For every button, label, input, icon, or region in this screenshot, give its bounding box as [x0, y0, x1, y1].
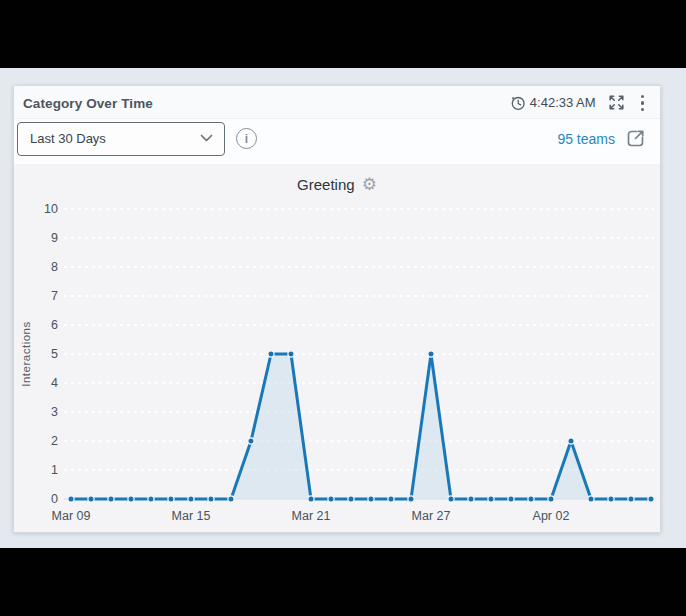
last-updated-time: 4:42:33 AM	[530, 95, 596, 110]
kebab-menu-button[interactable]	[637, 93, 648, 113]
gear-icon[interactable]: ⚙	[362, 176, 377, 193]
svg-text:10: 10	[44, 202, 58, 216]
info-button[interactable]: i	[236, 128, 257, 149]
chart-region: Greeting ⚙ 012345678910InteractionsMar 0…	[14, 164, 660, 532]
svg-text:Interactions: Interactions	[20, 321, 32, 386]
chart-title-row: Greeting ⚙	[14, 176, 660, 193]
svg-text:4: 4	[51, 376, 58, 390]
svg-text:Mar 27: Mar 27	[412, 509, 451, 523]
svg-text:Mar 21: Mar 21	[292, 509, 331, 523]
svg-text:Mar 09: Mar 09	[52, 509, 91, 523]
last-updated-group: 4:42:33 AM	[510, 95, 596, 111]
date-range-value: Last 30 Days	[30, 131, 106, 146]
svg-text:9: 9	[51, 231, 58, 245]
kebab-menu-icon	[641, 95, 644, 98]
svg-text:1: 1	[51, 463, 58, 477]
info-icon: i	[245, 133, 248, 145]
svg-text:6: 6	[51, 318, 58, 332]
svg-text:Apr 02: Apr 02	[533, 509, 570, 523]
expand-icon	[607, 93, 626, 112]
top-black-bar	[0, 0, 686, 68]
panel-header: Category Over Time 4:42:33 AM	[14, 86, 660, 119]
svg-text:Mar 15: Mar 15	[172, 509, 211, 523]
panel-header-actions: 4:42:33 AM	[510, 93, 648, 113]
svg-text:2: 2	[51, 434, 58, 448]
svg-text:0: 0	[51, 492, 58, 506]
filter-row: Last 30 Days i 95 teams	[14, 119, 660, 164]
expand-button[interactable]	[607, 93, 626, 112]
category-line-chart: 012345678910InteractionsMar 09Mar 15Mar …	[14, 164, 660, 532]
svg-text:7: 7	[51, 289, 58, 303]
svg-text:3: 3	[51, 405, 58, 419]
category-over-time-panel: Category Over Time 4:42:33 AM	[13, 85, 661, 533]
svg-text:8: 8	[51, 260, 58, 274]
chevron-down-icon	[200, 134, 213, 143]
clock-history-icon	[510, 95, 526, 111]
app-screen: Category Over Time 4:42:33 AM	[0, 0, 686, 616]
date-range-select[interactable]: Last 30 Days	[17, 122, 225, 156]
external-link-icon	[624, 127, 647, 150]
bottom-black-bar	[0, 548, 686, 616]
teams-link[interactable]: 95 teams	[557, 131, 615, 147]
svg-text:5: 5	[51, 347, 58, 361]
open-external-button[interactable]	[624, 127, 647, 150]
chart-title: Greeting	[297, 176, 355, 193]
panel-title: Category Over Time	[23, 96, 153, 111]
